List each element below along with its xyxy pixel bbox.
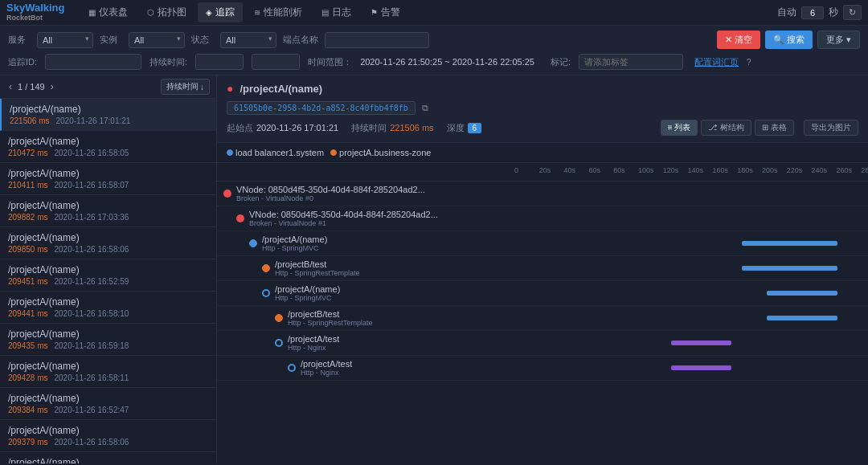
nav-perf[interactable]: ≋ 性能剖析 [246, 2, 310, 22]
tree-view-button[interactable]: ⎇ 树结构 [701, 120, 751, 136]
alarm-icon: ⚑ [371, 8, 378, 17]
duration-min-input[interactable] [195, 54, 244, 70]
trace-item[interactable]: /projectA/(name) 209379 ms2020-11-26 16:… [0, 420, 216, 452]
clear-button[interactable]: ✕ 清空 [717, 31, 760, 49]
timeline-row: /projectA/(name) Http - SpringMVC [217, 281, 868, 306]
span-bar [671, 365, 731, 370]
span-sub: Broken - VirtualNode #0 [236, 194, 425, 202]
scale-60s: 60s [588, 166, 600, 174]
refresh-button[interactable]: ↻ [843, 5, 862, 20]
nav-trace[interactable]: ◈ 追踪 [198, 2, 243, 22]
trace-item[interactable]: /projectA/(name) 209379 ms [0, 452, 216, 463]
scale-80s: 80s [613, 166, 625, 174]
service-name-1: load balancer1.system [235, 148, 324, 157]
trace-item[interactable]: /projectA/(name) 209384 ms2020-11-26 16:… [0, 388, 216, 420]
endpoint-label: 端点名称 [283, 34, 318, 46]
timeline-row: /projectA/(name) Http - SpringMVC [217, 231, 868, 256]
config-link[interactable]: 配置词汇页 [694, 56, 739, 68]
trace-item-name: /projectA/(name) [8, 264, 208, 275]
trace-id-row: 61505b0e-2958-4b2d-a852-8c40fbb4f8fb ⧉ [227, 101, 858, 115]
tag-input[interactable] [579, 54, 683, 70]
timeline-row-label: /projectA/(name) Http - SpringMVC [217, 231, 514, 255]
duration-max-input[interactable] [252, 54, 300, 70]
trace-time: 2020-11-26 17:01:21 [55, 116, 130, 125]
nav-dashboard[interactable]: ▦ 仪表盘 [80, 2, 136, 22]
instance-label: 实例 [100, 34, 122, 46]
trace-list: /projectA/(name) 221506 ms 2020-11-26 17… [0, 99, 216, 463]
table-view-button[interactable]: ⊞ 表格 [755, 120, 794, 136]
trace-item[interactable]: /projectA/(name) 209428 ms2020-11-26 16:… [0, 356, 216, 388]
next-page-button[interactable]: › [48, 80, 56, 93]
trace-item-name: /projectA/(name) [8, 361, 208, 372]
timeline-row-label: /projectB/test Http - SpringRestTemplate [217, 256, 514, 280]
timeline-bar-col [514, 356, 868, 380]
trace-path: /projectA/(name) [240, 83, 322, 95]
timeline-row-label: /projectA/(name) Http - SpringMVC [217, 281, 514, 305]
trace-item-name: /projectA/(name) [8, 296, 208, 308]
trace-item-meta: 221506 ms 2020-11-26 17:01:21 [10, 116, 208, 125]
nav-topology[interactable]: ⬡ 拓扑图 [139, 2, 194, 22]
nav-alarm[interactable]: ⚑ 告警 [362, 2, 408, 22]
prev-page-button[interactable]: ‹ [6, 80, 14, 93]
trace-icon: ◈ [206, 8, 212, 17]
refresh-interval-input[interactable] [801, 6, 824, 19]
help-icon[interactable]: ? [747, 58, 751, 67]
trace-duration: 221506 ms [10, 116, 49, 125]
trace-item[interactable]: /projectA/(name) 221506 ms 2020-11-26 17… [0, 99, 216, 131]
chevron-down-icon: ▾ [846, 35, 851, 45]
right-panel: ● /projectA/(name) 61505b0e-2958-4b2d-a8… [217, 75, 868, 463]
left-panel: ‹ 1 / 149 › 持续时间 ↓ /projectA/(name) 2215… [0, 75, 217, 463]
timeline-bar-col [514, 281, 868, 305]
orange-dot-icon [262, 264, 270, 272]
trace-item[interactable]: /projectA/(name) 209850 ms2020-11-26 16:… [0, 227, 216, 259]
span-sub: Http - Nginx [288, 344, 339, 352]
timeline-row-label: /projectB/test Http - SpringRestTemplate [217, 306, 514, 330]
filter-actions: ✕ 清空 🔍 搜索 更多 ▾ [717, 31, 860, 49]
service-select[interactable]: All [37, 32, 93, 48]
span-name: VNode: 0850d4f5-350d-40d4-884f-285204ad2… [249, 210, 438, 219]
timeline-row-label: VNode: 0850d4f5-350d-40d4-884f-285204ad2… [217, 206, 514, 230]
scale-160s: 160s [712, 166, 728, 174]
search-button[interactable]: 🔍 搜索 [765, 31, 813, 49]
stat-duration: 持续时间 221506 ms [351, 122, 433, 134]
search-icon: 🔍 [773, 35, 784, 45]
export-button[interactable]: 导出为图片 [804, 120, 858, 136]
instance-select[interactable]: All [129, 32, 185, 48]
timeline-row: VNode: 0850d4f5-350d-40d4-884f-285204ad2… [217, 182, 868, 206]
sort-button[interactable]: 持续时间 ↓ [161, 79, 210, 95]
span-name: VNode: 0850d4f5-350d-40d4-884f-285204ad2… [236, 185, 425, 194]
timeline-row-label: /projectA/test Http - Nginx [217, 331, 514, 355]
red-dot-icon [223, 190, 231, 198]
trace-id-input[interactable] [45, 54, 141, 70]
trace-item[interactable]: /projectA/(name) 209882 ms2020-11-26 17:… [0, 195, 216, 227]
trace-item[interactable]: /projectA/(name) 210472 ms2020-11-26 16:… [0, 131, 216, 163]
timeline-label-col-header [217, 165, 514, 179]
copy-button[interactable]: ⧉ [422, 103, 428, 113]
main-content: ‹ 1 / 149 › 持续时间 ↓ /projectA/(name) 2215… [0, 75, 868, 463]
timeline-scale-header: 0 20s 40s 60s 80s 100s 120s 140s 160s 18… [217, 163, 868, 182]
trace-item[interactable]: /projectA/(name) 209441 ms2020-11-26 16:… [0, 292, 216, 324]
scale-180s: 180s [737, 166, 753, 174]
span-name: /projectB/test [275, 259, 360, 269]
timeline-row: /projectA/test Http - Nginx [217, 356, 868, 381]
clear-icon: ✕ [725, 35, 732, 45]
trace-item-name: /projectA/(name) [8, 425, 208, 436]
scale-220s: 220s [787, 166, 803, 174]
timeline-bar-col [514, 256, 868, 280]
status-select[interactable]: All [220, 32, 276, 48]
view-buttons: ≡ 列表 ⎇ 树结构 ⊞ 表格 导出为图片 [661, 120, 858, 136]
trace-item[interactable]: /projectA/(name) 209435 ms2020-11-26 16:… [0, 324, 216, 356]
pagination-bar: ‹ 1 / 149 › 持续时间 ↓ [0, 75, 216, 99]
span-sub: Http - SpringRestTemplate [275, 269, 360, 277]
more-button[interactable]: 更多 ▾ [817, 31, 860, 49]
nav-log[interactable]: ▤ 日志 [313, 2, 359, 22]
span-name: /projectB/test [288, 309, 373, 319]
scale-40s: 40s [564, 166, 576, 174]
trace-item[interactable]: /projectA/(name) 210411 ms2020-11-26 16:… [0, 163, 216, 195]
endpoint-input[interactable] [325, 32, 429, 48]
list-view-button[interactable]: ≡ 列表 [661, 120, 698, 136]
topology-icon: ⬡ [147, 8, 154, 17]
stat-start: 起始点 2020-11-26 17:01:21 [227, 122, 338, 134]
trace-item[interactable]: /projectA/(name) 209451 ms2020-11-26 16:… [0, 259, 216, 292]
scale-100s: 100s [638, 166, 654, 174]
